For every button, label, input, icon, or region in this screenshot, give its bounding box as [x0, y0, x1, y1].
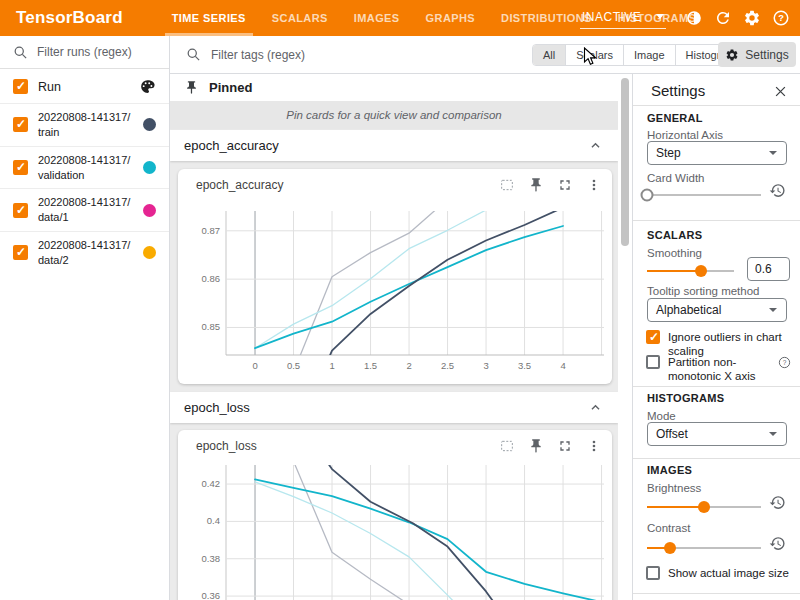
run-checkbox[interactable]	[13, 160, 28, 175]
theme-icon[interactable]	[685, 9, 703, 27]
app-logo[interactable]: TensorBoard	[16, 8, 123, 28]
pinned-title: Pinned	[209, 80, 252, 95]
tab-time-series[interactable]: TIME SERIES	[159, 0, 259, 36]
run-row-validation[interactable]: 20220808-141317/validation	[0, 146, 169, 189]
svg-text:0: 0	[252, 360, 257, 371]
svg-text:0.42: 0.42	[202, 478, 221, 489]
run-color-dot	[143, 118, 156, 131]
scalars-heading: SCALARS	[647, 229, 702, 241]
run-color-dot	[143, 246, 156, 259]
help-icon[interactable]	[772, 9, 790, 27]
run-label: 20220808-141317/validation	[38, 153, 133, 183]
smoothing-slider[interactable]	[647, 264, 734, 278]
caret-down-icon	[768, 148, 778, 158]
reset-icon[interactable]	[769, 494, 786, 511]
reset-icon[interactable]	[769, 535, 786, 552]
run-row-data2[interactable]: 20220808-141317/data/2	[0, 231, 169, 274]
partition-x-axis-label: Partition non-monotonic X axis	[668, 355, 770, 384]
caret-down-icon	[656, 14, 664, 19]
histogram-mode-select[interactable]: Offset	[647, 422, 787, 446]
partition-x-axis-checkbox-row[interactable]: Partition non-monotonic X axis	[646, 355, 791, 384]
chevron-up-icon[interactable]	[587, 399, 604, 416]
runs-header-label: Run	[38, 80, 129, 94]
runs-header-row: Run	[0, 69, 169, 103]
checkbox[interactable]	[646, 355, 660, 369]
refresh-icon[interactable]	[714, 9, 732, 27]
run-status-value: INACTIVE	[582, 10, 641, 24]
svg-text:2.5: 2.5	[441, 360, 454, 371]
checkbox[interactable]	[646, 330, 660, 344]
show-actual-size-label: Show actual image size	[668, 566, 789, 580]
fullscreen-icon[interactable]	[557, 177, 573, 193]
contrast-label: Contrast	[647, 522, 690, 534]
section-label: epoch_accuracy	[184, 138, 279, 153]
section-epoch-accuracy[interactable]: epoch_accuracy	[170, 130, 618, 161]
contrast-slider[interactable]	[647, 541, 761, 555]
run-row-train[interactable]: 20220808-141317/train	[0, 103, 169, 146]
tags-toolbar: All Scalars Image Histogram Settings	[170, 36, 800, 74]
reset-icon[interactable]	[769, 182, 786, 199]
select-all-runs-checkbox[interactable]	[13, 79, 28, 94]
gear-icon	[725, 48, 739, 62]
images-heading: IMAGES	[647, 464, 692, 476]
chevron-up-icon[interactable]	[587, 137, 604, 154]
pin-icon[interactable]	[528, 177, 544, 193]
divider	[633, 593, 800, 594]
horizontal-axis-select[interactable]: Step	[647, 141, 787, 165]
fit-icon[interactable]	[499, 177, 515, 193]
tab-scalars[interactable]: SCALARS	[259, 0, 341, 36]
settings-button-label: Settings	[745, 48, 788, 62]
app-header: TensorBoard TIME SERIES SCALARS IMAGES G…	[0, 0, 800, 36]
tab-images[interactable]: IMAGES	[341, 0, 413, 36]
filter-scalars-button[interactable]: Scalars	[565, 45, 623, 65]
divider	[633, 105, 800, 106]
checkbox[interactable]	[646, 566, 660, 580]
main-scrollbar-thumb[interactable]	[621, 78, 629, 246]
svg-text:0.5: 0.5	[287, 360, 300, 371]
brightness-label: Brightness	[647, 482, 701, 494]
more-icon[interactable]	[586, 438, 602, 454]
cards-scroll-area: Pinned Pin cards for a quick view and co…	[170, 74, 618, 600]
main-scrollbar-track	[618, 74, 632, 600]
svg-text:0.36: 0.36	[202, 590, 221, 600]
more-icon[interactable]	[586, 177, 602, 193]
tensorboard-app: TensorBoard TIME SERIES SCALARS IMAGES G…	[0, 0, 800, 600]
run-label: 20220808-141317/data/1	[38, 195, 133, 225]
run-checkbox[interactable]	[13, 203, 28, 218]
epoch-accuracy-card: epoch_accuracy 0.850.860.8700.511.522.53…	[178, 169, 612, 384]
loss-chart[interactable]: 0.420.40.380.36	[178, 465, 608, 600]
settings-button[interactable]: Settings	[718, 42, 796, 67]
close-icon[interactable]	[773, 84, 788, 99]
fit-icon[interactable]	[499, 438, 515, 454]
run-checkbox[interactable]	[13, 245, 28, 260]
section-epoch-loss[interactable]: epoch_loss	[170, 392, 618, 423]
brightness-slider[interactable]	[647, 500, 761, 514]
help-icon[interactable]	[778, 356, 791, 369]
svg-text:2: 2	[406, 360, 411, 371]
svg-text:3: 3	[483, 360, 488, 371]
pin-icon[interactable]	[528, 438, 544, 454]
smoothing-value-input[interactable]	[747, 257, 790, 281]
run-color-dot	[143, 204, 156, 217]
filter-all-button[interactable]: All	[533, 45, 565, 65]
pinned-empty-hint: Pin cards for a quick view and compariso…	[170, 101, 618, 129]
svg-text:1: 1	[329, 360, 334, 371]
run-status-dropdown[interactable]: INACTIVE	[580, 8, 666, 29]
fullscreen-icon[interactable]	[557, 438, 573, 454]
caret-down-icon	[768, 429, 778, 439]
accuracy-chart[interactable]: 0.850.860.8700.511.522.533.54	[178, 201, 608, 377]
svg-text:1.5: 1.5	[364, 360, 377, 371]
show-actual-size-checkbox-row[interactable]: Show actual image size	[646, 566, 791, 580]
filter-tags-input[interactable]	[211, 48, 516, 62]
svg-text:0.4: 0.4	[207, 515, 220, 526]
gear-icon[interactable]	[743, 9, 761, 27]
svg-text:4: 4	[560, 360, 565, 371]
filter-image-button[interactable]: Image	[623, 45, 675, 65]
filter-runs-input[interactable]	[37, 45, 156, 59]
run-row-data1[interactable]: 20220808-141317/data/1	[0, 188, 169, 231]
palette-icon[interactable]	[139, 78, 156, 95]
tab-graphs[interactable]: GRAPHS	[413, 0, 488, 36]
tooltip-sort-select[interactable]: Alphabetical	[647, 298, 787, 322]
card-width-slider[interactable]	[647, 188, 761, 202]
run-checkbox[interactable]	[13, 117, 28, 132]
